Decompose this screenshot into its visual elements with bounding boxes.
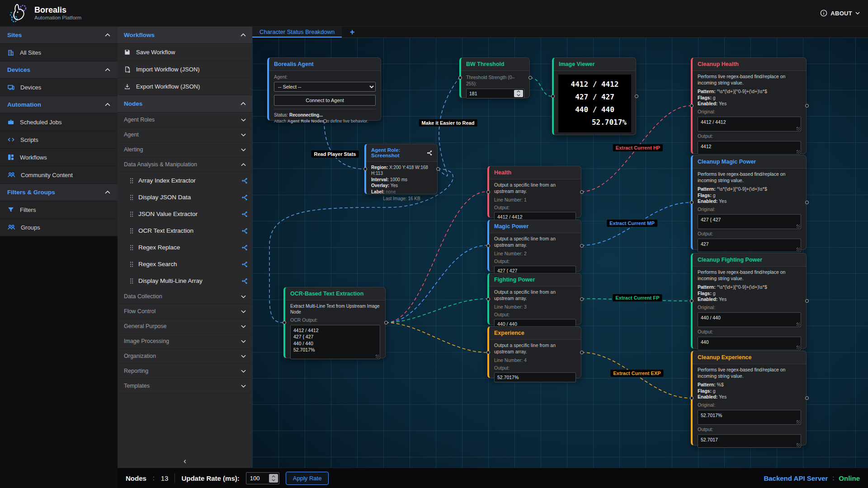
edge-label-read-player-stats[interactable]: Read Player Stats bbox=[311, 150, 359, 158]
ocr-output-textarea[interactable] bbox=[290, 325, 380, 359]
category-flow-control[interactable]: Flow Control bbox=[118, 304, 252, 319]
input-port[interactable] bbox=[363, 167, 367, 171]
nodes-header[interactable]: Nodes bbox=[118, 95, 252, 113]
node-ocr-text-extraction[interactable]: OCR-Based Text Extraction Extract Multi-… bbox=[283, 287, 386, 358]
output-port[interactable] bbox=[384, 321, 388, 324]
original-textarea[interactable] bbox=[698, 410, 801, 425]
spinner-buttons[interactable] bbox=[514, 90, 523, 97]
output-textarea[interactable] bbox=[698, 434, 801, 448]
category-data-analysis[interactable]: Data Analysis & Manipulation bbox=[118, 157, 252, 172]
palette-node-regex-replace[interactable]: Regex Replace bbox=[118, 239, 252, 256]
sidebar-section-sites[interactable]: Sites bbox=[0, 27, 118, 44]
node-borealis-agent[interactable]: Borealis Agent Agent: -- Select -- Conne… bbox=[267, 57, 381, 121]
workflows-header[interactable]: Workflows bbox=[118, 27, 252, 44]
category-agent-roles[interactable]: Agent Roles bbox=[118, 113, 252, 127]
connect-to-agent-button[interactable]: Connect to Agent bbox=[274, 95, 376, 106]
input-port[interactable] bbox=[283, 321, 286, 324]
sidebar-item-scheduled-jobs[interactable]: Scheduled Jobs bbox=[0, 113, 118, 131]
node-experience[interactable]: Experience Output a specific line from a… bbox=[487, 326, 581, 378]
category-alerting[interactable]: Alerting bbox=[118, 142, 252, 157]
sidebar-item-filters[interactable]: Filters bbox=[0, 201, 118, 219]
input-port[interactable] bbox=[486, 351, 490, 354]
original-textarea[interactable] bbox=[698, 117, 801, 131]
category-organization[interactable]: Organization bbox=[118, 349, 252, 364]
output-port[interactable] bbox=[323, 119, 327, 123]
node-cleanup-magic-power[interactable]: Cleanup Magic Power Performs live regex-… bbox=[691, 155, 807, 250]
export-workflow-button[interactable]: Export Workflow (JSON) bbox=[118, 78, 252, 95]
agent-select[interactable]: -- Select -- bbox=[274, 82, 376, 92]
node-magic-power[interactable]: Magic Power Output a specific line from … bbox=[487, 220, 581, 272]
sidebar-item-all-sites[interactable]: All Sites bbox=[0, 44, 118, 61]
sidebar-section-filters-groups[interactable]: Filters & Groups bbox=[0, 184, 118, 201]
output-port[interactable] bbox=[580, 351, 584, 354]
sidebar-section-devices[interactable]: Devices bbox=[0, 61, 118, 79]
edge-label-extract-current-mp[interactable]: Extract Current MP bbox=[607, 220, 657, 227]
palette-node-ocr-text-extraction[interactable]: OCR Text Extraction bbox=[118, 222, 252, 239]
output-textarea[interactable] bbox=[698, 141, 801, 155]
input-port[interactable] bbox=[486, 244, 490, 248]
input-port[interactable] bbox=[458, 76, 462, 80]
save-workflow-button[interactable]: Save Workflow bbox=[118, 44, 252, 61]
output-port[interactable] bbox=[635, 94, 638, 98]
input-port[interactable] bbox=[690, 104, 693, 108]
sidebar-item-community-content[interactable]: Community Content bbox=[0, 166, 118, 184]
category-general-purpose[interactable]: General Purpose bbox=[118, 319, 252, 334]
edge-label-extract-current-hp[interactable]: Extract Current HP bbox=[613, 144, 663, 151]
threshold-stepper[interactable] bbox=[466, 89, 524, 99]
node-cleanup-fighting-power[interactable]: Cleanup Fighting Power Performs live reg… bbox=[691, 253, 807, 349]
input-port[interactable] bbox=[551, 94, 555, 98]
output-textarea[interactable] bbox=[698, 239, 801, 252]
output-port[interactable] bbox=[528, 76, 532, 80]
edge-label-make-it-easier-to-read[interactable]: Make it Easier to Read bbox=[419, 119, 477, 127]
node-cleanup-experience[interactable]: Cleanup Experience Performs live regex-b… bbox=[691, 351, 807, 446]
node-bw-threshold[interactable]: BW Threshold Threshold Strength (0–255): bbox=[459, 57, 530, 98]
import-workflow-button[interactable]: Import Workflow (JSON) bbox=[118, 61, 252, 78]
palette-node-json-value-extractor[interactable]: JSON Value Extractor bbox=[118, 206, 252, 222]
node-agent-role-screenshot[interactable]: Agent Role: Screenshot Region: X:200 Y:4… bbox=[364, 144, 438, 194]
palette-node-display-multi-line-array[interactable]: Display Multi-Line Array bbox=[118, 272, 252, 289]
collapse-panel-button[interactable]: ‹ bbox=[118, 454, 252, 468]
original-textarea[interactable] bbox=[698, 214, 801, 229]
node-image-viewer[interactable]: Image Viewer 4412 / 4412 427 / 427 440 /… bbox=[552, 57, 636, 135]
input-port[interactable] bbox=[690, 201, 693, 204]
sidebar-section-automation[interactable]: Automation bbox=[0, 96, 118, 113]
output-port[interactable] bbox=[805, 201, 809, 204]
output-port[interactable] bbox=[580, 190, 584, 194]
node-health[interactable]: Health Output a specific line from an up… bbox=[487, 166, 581, 218]
output-port[interactable] bbox=[580, 297, 584, 301]
sidebar-item-scripts[interactable]: Scripts bbox=[0, 131, 118, 149]
input-port[interactable] bbox=[486, 190, 490, 194]
about-menu[interactable]: ABOUT bbox=[820, 9, 860, 17]
output-port[interactable] bbox=[436, 167, 440, 171]
palette-node-regex-search[interactable]: Regex Search bbox=[118, 256, 252, 272]
palette-node-display-json-data[interactable]: Display JSON Data bbox=[118, 189, 252, 206]
edge-label-extract-current-fp[interactable]: Extract Current FP bbox=[613, 294, 662, 301]
edge-label-extract-current-exp[interactable]: Extract Current EXP bbox=[610, 370, 663, 377]
output-port[interactable] bbox=[805, 396, 809, 400]
share-icon[interactable] bbox=[427, 150, 432, 156]
category-templates[interactable]: Templates bbox=[118, 379, 252, 394]
input-port[interactable] bbox=[486, 297, 490, 301]
category-data-collection[interactable]: Data Collection bbox=[118, 289, 252, 304]
add-tab-button[interactable]: + bbox=[342, 27, 363, 38]
sidebar-item-devices[interactable]: Devices bbox=[0, 79, 118, 96]
sidebar-item-workflows[interactable]: Workflows bbox=[0, 149, 118, 166]
update-rate-stepper[interactable] bbox=[246, 472, 279, 484]
sidebar-item-groups[interactable]: Groups bbox=[0, 219, 118, 236]
category-reporting[interactable]: Reporting bbox=[118, 364, 252, 379]
node-cleanup-health[interactable]: Cleanup Health Performs live regex-based… bbox=[691, 57, 807, 154]
output-value-input[interactable] bbox=[494, 372, 576, 382]
category-agent[interactable]: Agent bbox=[118, 127, 252, 142]
output-port[interactable] bbox=[580, 244, 584, 248]
output-port[interactable] bbox=[805, 104, 809, 108]
apply-rate-button[interactable]: Apply Rate bbox=[286, 472, 329, 485]
category-image-processing[interactable]: Image Processing bbox=[118, 334, 252, 349]
original-textarea[interactable] bbox=[698, 312, 801, 327]
spinner-buttons[interactable] bbox=[269, 474, 278, 483]
input-port[interactable] bbox=[690, 299, 693, 303]
output-textarea[interactable] bbox=[698, 337, 801, 350]
input-port[interactable] bbox=[690, 396, 693, 400]
node-fighting-power[interactable]: Fighting Power Output a specific line fr… bbox=[487, 273, 581, 325]
workflow-canvas[interactable]: Read Player Stats Make it Easier to Read… bbox=[252, 38, 868, 468]
tab-character-status-breakdown[interactable]: Character Status Breakdown bbox=[252, 27, 342, 38]
